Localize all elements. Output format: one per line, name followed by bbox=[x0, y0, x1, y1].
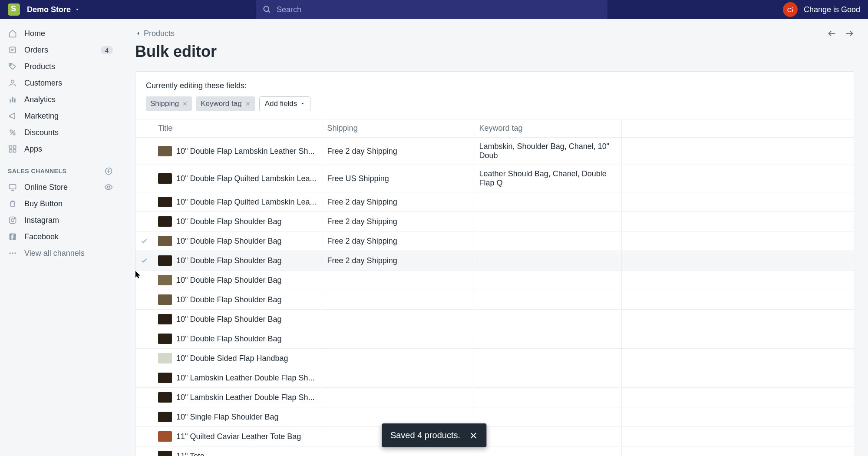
table-row[interactable]: 10" Double Flap Quilted Lambskin Lea...F… bbox=[135, 165, 854, 192]
sidebar-item-products[interactable]: Products bbox=[0, 58, 121, 75]
caret-down-icon bbox=[300, 102, 305, 106]
shipping-cell[interactable] bbox=[322, 388, 474, 407]
shipping-cell[interactable] bbox=[322, 290, 474, 310]
table-row[interactable]: 10" Double Flap Quilted Lambskin Lea...F… bbox=[135, 192, 854, 212]
keyword-cell[interactable] bbox=[474, 388, 621, 407]
close-icon[interactable]: ✕ bbox=[182, 100, 188, 107]
shipping-cell[interactable]: Free 2 day Shipping bbox=[322, 138, 474, 165]
shipping-cell[interactable]: Free 2 day Shipping bbox=[322, 231, 474, 251]
shipping-cell[interactable] bbox=[322, 329, 474, 349]
sidebar-item-view-all-channels[interactable]: View all channels bbox=[0, 245, 121, 261]
sidebar-item-buy-button[interactable]: Buy Button bbox=[0, 195, 121, 212]
keyword-cell[interactable] bbox=[474, 251, 621, 271]
title-cell[interactable]: 10" Double Flap Shoulder Bag bbox=[153, 290, 322, 310]
keyword-cell[interactable] bbox=[474, 310, 621, 329]
sidebar-item-instagram[interactable]: Instagram bbox=[0, 212, 121, 228]
title-cell[interactable]: 10" Double Flap Shoulder Bag bbox=[153, 329, 322, 349]
shipping-cell[interactable]: Free 2 day Shipping bbox=[322, 212, 474, 231]
title-cell[interactable]: 10" Double Flap Quilted Lambskin Lea... bbox=[153, 192, 322, 212]
sidebar-item-facebook[interactable]: Facebook bbox=[0, 228, 121, 245]
sidebar-item-label: Products bbox=[24, 62, 113, 71]
shipping-cell[interactable]: Free US Shipping bbox=[322, 165, 474, 192]
table-row[interactable]: 10" Double Sided Flap Handbag bbox=[135, 349, 854, 368]
title-cell[interactable]: 10" Double Sided Flap Handbag bbox=[153, 349, 322, 368]
breadcrumb-back[interactable]: Products bbox=[135, 29, 175, 38]
table-row[interactable]: 10" Double Flap Shoulder BagFree 2 day S… bbox=[135, 212, 854, 231]
table-row[interactable]: 10" Lambskin Leather Double Flap Sh... bbox=[135, 368, 854, 388]
add-channel-button[interactable] bbox=[104, 167, 113, 175]
title-cell[interactable]: 10" Single Flap Shoulder Bag bbox=[153, 407, 322, 427]
product-thumbnail bbox=[158, 353, 172, 363]
sidebar-item-label: Instagram bbox=[24, 216, 113, 225]
shipping-cell[interactable]: Free 2 day Shipping bbox=[322, 251, 474, 271]
table-row[interactable]: 10" Double Flap Shoulder Bag bbox=[135, 329, 854, 349]
title-cell[interactable]: 10" Double Flap Quilted Lambskin Lea... bbox=[153, 165, 322, 192]
table-row[interactable]: 10" Double Flap Shoulder Bag bbox=[135, 290, 854, 310]
search-input[interactable] bbox=[277, 5, 601, 14]
chip-shipping[interactable]: Shipping ✕ bbox=[146, 96, 192, 111]
title-cell[interactable]: 10" Double Flap Shoulder Bag bbox=[153, 231, 322, 251]
bulk-editor-card: Currently editing these fields: Shipping… bbox=[135, 71, 854, 456]
keyword-cell[interactable] bbox=[474, 446, 621, 456]
shipping-cell[interactable] bbox=[322, 349, 474, 368]
table-row[interactable]: 10" Single Flap Shoulder Bag bbox=[135, 407, 854, 427]
title-cell[interactable]: 10" Double Flap Lambskin Leather Sh... bbox=[153, 138, 322, 165]
keyword-cell[interactable] bbox=[474, 329, 621, 349]
pager-next-button[interactable] bbox=[845, 29, 854, 38]
table-row[interactable]: 10" Double Flap Shoulder BagFree 2 day S… bbox=[135, 251, 854, 271]
table-row[interactable]: 10" Double Flap Shoulder BagFree 2 day S… bbox=[135, 231, 854, 251]
title-cell[interactable]: 10" Double Flap Shoulder Bag bbox=[153, 310, 322, 329]
keyword-cell[interactable] bbox=[474, 290, 621, 310]
orders-icon bbox=[8, 45, 17, 55]
add-fields-button[interactable]: Add fields bbox=[259, 96, 311, 111]
title-cell[interactable]: 10" Double Flap Shoulder Bag bbox=[153, 251, 322, 271]
close-icon[interactable]: ✕ bbox=[245, 100, 251, 107]
keyword-cell[interactable] bbox=[474, 407, 621, 427]
product-title: 10" Double Flap Shoulder Bag bbox=[176, 276, 282, 285]
shipping-cell[interactable] bbox=[322, 446, 474, 456]
keyword-cell[interactable]: Leather Should Bag, Chanel, Double Flap … bbox=[474, 165, 621, 192]
product-title: 10" Single Flap Shoulder Bag bbox=[176, 413, 279, 422]
chip-keyword-tag[interactable]: Keyword tag ✕ bbox=[196, 96, 255, 111]
table-row[interactable]: 10" Double Flap Lambskin Leather Sh...Fr… bbox=[135, 138, 854, 165]
table-row[interactable]: 10" Double Flap Shoulder Bag bbox=[135, 271, 854, 290]
shipping-cell[interactable] bbox=[322, 310, 474, 329]
shipping-cell[interactable] bbox=[322, 271, 474, 290]
keyword-cell[interactable] bbox=[474, 427, 621, 446]
shipping-cell[interactable]: Free 2 day Shipping bbox=[322, 192, 474, 212]
eye-icon[interactable] bbox=[104, 183, 113, 192]
spacer-cell bbox=[621, 310, 854, 329]
pager-prev-button[interactable] bbox=[827, 29, 837, 38]
keyword-cell[interactable]: Lambskin, Shoulder Bag, Chanel, 10" Doub bbox=[474, 138, 621, 165]
user-menu[interactable]: Ci Change is Good bbox=[783, 2, 860, 17]
keyword-cell[interactable] bbox=[474, 192, 621, 212]
sidebar-item-discounts[interactable]: Discounts bbox=[0, 124, 121, 141]
search-box[interactable] bbox=[256, 0, 607, 19]
table-row[interactable]: 11" Tote bbox=[135, 446, 854, 456]
title-cell[interactable]: 10" Double Flap Shoulder Bag bbox=[153, 271, 322, 290]
sidebar-item-online-store[interactable]: Online Store bbox=[0, 179, 121, 195]
sidebar-item-marketing[interactable]: Marketing bbox=[0, 108, 121, 124]
sidebar-item-home[interactable]: Home bbox=[0, 25, 121, 42]
keyword-cell[interactable] bbox=[474, 271, 621, 290]
table-row[interactable]: 11" Quilted Caviar Leather Tote Bag bbox=[135, 427, 854, 446]
keyword-cell[interactable] bbox=[474, 212, 621, 231]
title-cell[interactable]: 11" Tote bbox=[153, 446, 322, 456]
sidebar-item-apps[interactable]: Apps bbox=[0, 141, 121, 157]
sidebar-item-orders[interactable]: Orders 4 bbox=[0, 42, 121, 58]
store-switcher[interactable]: Demo Store bbox=[27, 5, 80, 14]
keyword-cell[interactable] bbox=[474, 368, 621, 388]
add-fields-label: Add fields bbox=[265, 99, 297, 108]
title-cell[interactable]: 11" Quilted Caviar Leather Tote Bag bbox=[153, 427, 322, 446]
table-row[interactable]: 10" Lambskin Leather Double Flap Sh... bbox=[135, 388, 854, 407]
title-cell[interactable]: 10" Lambskin Leather Double Flap Sh... bbox=[153, 368, 322, 388]
table-row[interactable]: 10" Double Flap Shoulder Bag bbox=[135, 310, 854, 329]
sidebar-item-analytics[interactable]: Analytics bbox=[0, 91, 121, 108]
toast-close-button[interactable] bbox=[469, 431, 478, 440]
sidebar-item-customers[interactable]: Customers bbox=[0, 75, 121, 91]
keyword-cell[interactable] bbox=[474, 231, 621, 251]
title-cell[interactable]: 10" Double Flap Shoulder Bag bbox=[153, 212, 322, 231]
title-cell[interactable]: 10" Lambskin Leather Double Flap Sh... bbox=[153, 388, 322, 407]
shipping-cell[interactable] bbox=[322, 368, 474, 388]
keyword-cell[interactable] bbox=[474, 349, 621, 368]
